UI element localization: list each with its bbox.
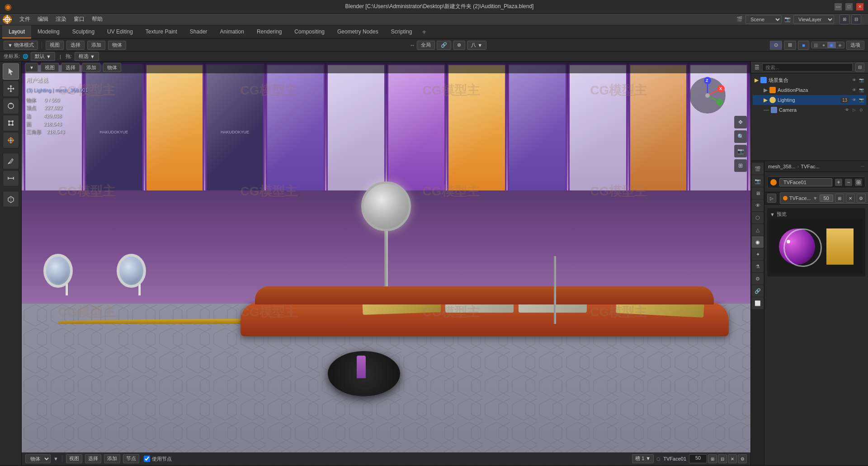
visibility-btn[interactable]: 👁 <box>851 77 857 83</box>
viewport-menu[interactable]: ▼ <box>25 63 38 72</box>
transform-tool[interactable] <box>3 132 19 148</box>
menu-help[interactable]: 帮助 <box>88 14 106 24</box>
tab-uv-editing[interactable]: UV Editing <box>101 25 139 38</box>
cursor-tool[interactable] <box>3 63 19 80</box>
outliner-audition-plaza[interactable]: ▶ AuditionPlaza 👁 📷 <box>753 85 866 95</box>
prop-modifier-btn[interactable]: ⚙ <box>752 273 764 285</box>
outliner-camera[interactable]: — Camera 👁 ▷ ⊙ <box>753 105 866 115</box>
prop-output-btn[interactable]: 🖥 <box>752 187 764 199</box>
measure-tool[interactable] <box>3 170 19 186</box>
prop-object-btn[interactable]: ⬡ <box>752 212 764 223</box>
viewport-select-menu[interactable]: 选择 <box>61 63 80 72</box>
prop-constraints-btn[interactable]: 🔗 <box>752 285 764 297</box>
tab-animation[interactable]: Animation <box>214 25 250 38</box>
use-node-checkbox[interactable] <box>144 456 150 462</box>
annotate-tool[interactable] <box>3 153 19 169</box>
outliner-lighting[interactable]: ▶ Lighting 13 👁 📷 <box>753 95 866 105</box>
material-add-btn[interactable]: + <box>835 179 842 186</box>
origin-select[interactable]: 🔗 <box>437 41 451 50</box>
select-menu[interactable]: 选择 <box>66 41 85 50</box>
slot-select[interactable]: 槽 1 ▼ <box>632 454 654 463</box>
grid-btn[interactable]: ⊞ <box>734 159 747 172</box>
vb-node[interactable]: 节点 <box>123 454 139 463</box>
menu-render[interactable]: 渲染 <box>52 14 70 24</box>
tab-rendering[interactable]: Rendering <box>250 25 288 38</box>
vis-btn-1[interactable]: 👁 <box>851 87 857 93</box>
outliner-search[interactable] <box>762 63 853 71</box>
coords-select[interactable]: 默认 ▼ <box>31 52 55 61</box>
rend-btn-2[interactable]: 📷 <box>858 97 864 103</box>
tab-texture-paint[interactable]: Texture Paint <box>139 25 184 38</box>
frame-select[interactable]: 物体 <box>25 454 51 463</box>
preview-collapse-arrow[interactable]: ▼ <box>770 212 775 217</box>
render-visibility-btn[interactable]: 📷 <box>858 77 864 83</box>
object-menu[interactable]: 物体 <box>108 41 126 50</box>
options-btn[interactable]: 选项 <box>846 41 864 50</box>
vb-select[interactable]: 选择 <box>85 454 101 463</box>
viewlayer-select[interactable]: ViewLayer <box>793 15 834 24</box>
prop-particle-btn[interactable]: ✦ <box>752 248 764 260</box>
snap-select[interactable]: ⊕ <box>453 41 465 50</box>
tab-shader[interactable]: Shader <box>184 25 214 38</box>
add-workspace-button[interactable]: + <box>418 25 429 38</box>
move-tool[interactable] <box>3 81 19 97</box>
tab-scripting[interactable]: Scripting <box>385 25 419 38</box>
global-select[interactable]: 全局 <box>417 41 435 50</box>
vb-view[interactable]: 视图 <box>66 454 82 463</box>
mode-select[interactable]: ▼ 物体模式 <box>4 41 38 50</box>
prop-render-btn[interactable]: 📷 <box>752 175 764 187</box>
minimize-button[interactable]: — <box>835 3 842 10</box>
prop-view-btn[interactable]: 👁 <box>752 200 764 211</box>
outliner-scene-collection[interactable]: ▶ 场景集合 👁 📷 <box>753 75 866 85</box>
scene-select[interactable]: Scene <box>745 15 782 24</box>
node-copy-btn[interactable]: ⊞ <box>835 194 844 203</box>
view-menu[interactable]: 视图 <box>46 41 64 50</box>
node-play-btn[interactable]: ▷ <box>767 194 776 203</box>
scale-tool[interactable] <box>3 115 19 131</box>
slot-icon-btn-2[interactable]: ⊟ <box>718 454 727 463</box>
node-settings-btn[interactable]: ⚙ <box>857 194 866 203</box>
zoom-btn[interactable]: 🔍 <box>734 130 747 143</box>
maximize-button[interactable]: □ <box>845 3 853 10</box>
material-remove-btn[interactable]: − <box>845 179 852 186</box>
camera-btn[interactable]: 📷 <box>734 145 747 157</box>
filter-btn[interactable]: ⊟ <box>855 63 864 72</box>
pan-btn[interactable]: ✥ <box>734 116 747 128</box>
menu-file[interactable]: 文件 <box>16 14 34 24</box>
slot-icon-btn-4[interactable]: ⚙ <box>738 454 747 463</box>
nav-gizmo[interactable]: X Z <box>687 75 728 116</box>
drag-select[interactable]: 框选 ▼ <box>75 52 99 61</box>
vis-btn-3[interactable]: 👁 <box>844 107 850 113</box>
tab-layout[interactable]: Layout <box>2 25 31 38</box>
node-num[interactable]: 50 <box>820 195 833 202</box>
prop-scene-btn[interactable]: 🎬 <box>752 163 764 175</box>
material-name-field[interactable]: TVFace01 <box>779 178 832 186</box>
menu-window[interactable]: 窗口 <box>70 14 88 24</box>
material-duplicate-btn[interactable]: ⊞ <box>855 179 862 186</box>
wireframe-btn[interactable]: ▥ <box>811 42 820 48</box>
prop-physics-btn[interactable]: ⚗ <box>752 261 764 272</box>
close-button[interactable]: ✕ <box>856 3 863 10</box>
viewport-view-menu[interactable]: 视图 <box>41 63 59 72</box>
tab-modeling[interactable]: Modeling <box>31 25 66 38</box>
rotate-tool[interactable] <box>3 98 19 114</box>
overlay-btn[interactable]: ⊙ <box>770 41 782 50</box>
viewport-object-menu[interactable]: 物体 <box>103 63 121 72</box>
node-del-btn[interactable]: ✕ <box>846 194 855 203</box>
solid-btn[interactable]: ● <box>820 42 827 48</box>
gizmo-btn[interactable]: ⊞ <box>784 41 796 50</box>
pivot-select[interactable]: 八 ▼ <box>467 41 486 50</box>
viewport[interactable]: HAKUDOKYUE HAKUDOKYUE <box>22 62 750 465</box>
prop-material-btn[interactable]: ◉ <box>752 236 764 248</box>
tab-compositing[interactable]: Compositing <box>288 25 331 38</box>
slot-value[interactable]: 50 <box>689 454 707 463</box>
menu-edit[interactable]: 编辑 <box>34 14 52 24</box>
prop-data-btn[interactable]: ⬜ <box>752 297 764 309</box>
viewport-shading[interactable]: ■ <box>798 41 809 50</box>
slot-icon-btn-3[interactable]: ✕ <box>728 454 737 463</box>
rend-btn-3[interactable]: ▷ <box>851 107 857 113</box>
viewport-add-menu[interactable]: 添加 <box>82 63 100 72</box>
outliner-toggle[interactable]: ⊞ <box>840 14 849 24</box>
render-btn[interactable]: ◈ <box>836 42 844 48</box>
tab-geometry-nodes[interactable]: Geometry Nodes <box>331 25 385 38</box>
